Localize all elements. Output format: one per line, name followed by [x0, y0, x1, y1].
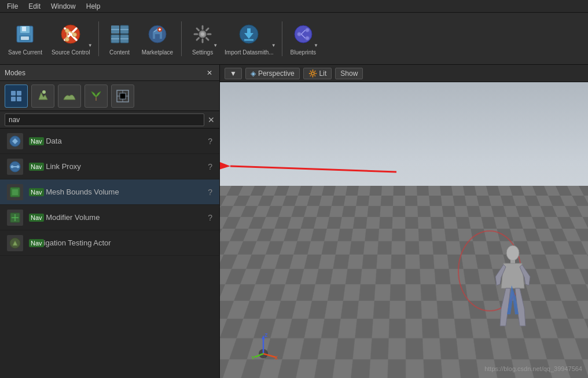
svg-point-47: [42, 90, 46, 94]
svg-text:X: X: [274, 355, 278, 361]
settings-label: Settings: [192, 49, 213, 56]
nav-badge: Nav: [29, 214, 44, 222]
nav-badge: Nav: [29, 239, 44, 247]
toolbar-separator-2: [181, 21, 182, 56]
content-button[interactable]: Content: [104, 16, 136, 62]
save-current-label: Save Current: [8, 49, 42, 56]
item-rest-text: Mesh Bounds Volume: [44, 188, 119, 196]
svg-line-31: [197, 28, 199, 31]
import-datasmith-icon: [237, 21, 260, 47]
left-panel: Modes ✕: [0, 65, 220, 378]
source-control-icon: [59, 21, 82, 47]
mode-foliage-button[interactable]: [84, 85, 108, 108]
svg-point-38: [297, 32, 301, 36]
svg-rect-46: [17, 97, 21, 101]
source-control-label: Source Control: [52, 49, 90, 56]
list-item[interactable]: Nav Modifier Volume ?: [0, 205, 219, 230]
lit-label: Lit: [319, 69, 327, 78]
menu-window[interactable]: Window: [46, 1, 80, 12]
item-list: Nav Data ? Nav Link Proxy ?: [0, 129, 219, 378]
mode-landscape-button[interactable]: [58, 85, 81, 108]
item-rest-text: Data: [44, 137, 62, 145]
settings-dropdown-icon: ▼: [213, 43, 218, 48]
viewport-menu-icon: ▼: [230, 69, 237, 78]
nav-badge: Nav: [29, 137, 44, 145]
svg-rect-44: [17, 91, 21, 96]
svg-rect-4: [21, 36, 29, 40]
show-label: Show: [340, 69, 358, 78]
mode-mesh-button[interactable]: [111, 85, 134, 108]
search-bar: ✕: [0, 111, 219, 129]
svg-rect-49: [120, 93, 126, 99]
search-clear-button[interactable]: ✕: [208, 115, 215, 124]
svg-rect-2: [22, 27, 26, 31]
toolbar: Save Current Source Control ▼: [0, 13, 588, 65]
item-help-icon[interactable]: ?: [208, 188, 212, 197]
list-item[interactable]: Nav Mesh Bounds Volume ?: [0, 179, 219, 205]
item-text-nav-modifier: Nav Modifier Volume: [29, 213, 202, 222]
save-current-button[interactable]: Save Current: [5, 16, 46, 62]
menu-help[interactable]: Help: [82, 1, 105, 12]
blueprints-button[interactable]: Blueprints ▼: [287, 16, 319, 62]
mode-paint-button[interactable]: [31, 85, 54, 108]
svg-point-26: [201, 32, 204, 36]
list-item[interactable]: Navigation Testing Actor: [0, 230, 219, 256]
import-datasmith-label: Import Datasmith...: [225, 49, 273, 56]
menu-edit[interactable]: Edit: [24, 1, 45, 12]
svg-point-9: [65, 37, 69, 41]
search-input[interactable]: [5, 113, 204, 126]
import-datasmith-button[interactable]: Import Datasmith... ▼: [221, 16, 277, 62]
svg-rect-69: [510, 260, 515, 263]
item-rest-text: Modifier Volume: [44, 213, 100, 222]
source-control-dropdown-icon: ▼: [88, 43, 93, 48]
viewport-menu-button[interactable]: ▼: [225, 68, 242, 79]
item-help-icon[interactable]: ?: [208, 137, 212, 146]
svg-point-57: [11, 165, 14, 168]
marketplace-button[interactable]: Marketplace: [138, 16, 177, 62]
item-icon: [7, 210, 23, 226]
svg-line-32: [207, 38, 209, 40]
item-icon: [7, 184, 23, 200]
lit-icon: 🔆: [308, 69, 317, 78]
svg-point-39: [305, 28, 309, 32]
viewport-toolbar: ▼ ◈ Perspective 🔆 Lit Show: [220, 65, 588, 82]
item-text-nav-testing: Navigation Testing Actor: [29, 238, 212, 247]
settings-icon: [191, 21, 214, 47]
modes-icons-bar: [0, 81, 219, 111]
show-button[interactable]: Show: [335, 68, 363, 79]
mode-place-button[interactable]: [5, 85, 28, 108]
blueprints-label: Blueprints: [291, 49, 316, 56]
perspective-icon: ◈: [251, 69, 256, 78]
settings-button[interactable]: Settings ▼: [186, 16, 219, 62]
item-help-icon[interactable]: ?: [208, 213, 212, 222]
nav-badge: Nav: [29, 163, 44, 171]
mannequin-character: [490, 245, 536, 332]
item-text-nav-link: Nav Link Proxy: [29, 162, 202, 171]
svg-text:Z: Z: [264, 332, 268, 338]
content-icon: [108, 21, 131, 47]
svg-line-34: [197, 38, 199, 40]
blueprints-dropdown-icon: ▼: [314, 43, 318, 48]
axis-indicator: Z X Y: [249, 332, 278, 361]
main-area: Modes ✕: [0, 65, 588, 378]
svg-rect-21: [155, 34, 160, 39]
marketplace-label: Marketplace: [142, 49, 173, 56]
item-icon: [7, 159, 23, 175]
menubar: File Edit Window Help: [0, 0, 588, 13]
blueprints-icon: [292, 21, 315, 47]
perspective-button[interactable]: ◈ Perspective: [245, 68, 300, 79]
modes-title: Modes: [5, 69, 25, 77]
svg-rect-43: [11, 91, 16, 96]
item-help-icon[interactable]: ?: [208, 162, 212, 171]
viewport-3d[interactable]: Z X Y https://blog.csdn.net/qq_39947564: [220, 82, 588, 378]
list-item[interactable]: Nav Data ?: [0, 129, 219, 154]
menu-file[interactable]: File: [2, 1, 23, 12]
modes-close-button[interactable]: ✕: [204, 69, 215, 77]
viewport-area: ▼ ◈ Perspective 🔆 Lit Show: [220, 65, 588, 378]
source-control-button[interactable]: Source Control ▼: [48, 16, 94, 62]
list-item[interactable]: Nav Link Proxy ?: [0, 154, 219, 179]
svg-point-40: [305, 36, 309, 40]
svg-rect-45: [11, 97, 16, 101]
item-rest-text: igation Testing Actor: [44, 238, 111, 247]
lit-button[interactable]: 🔆 Lit: [303, 68, 332, 79]
